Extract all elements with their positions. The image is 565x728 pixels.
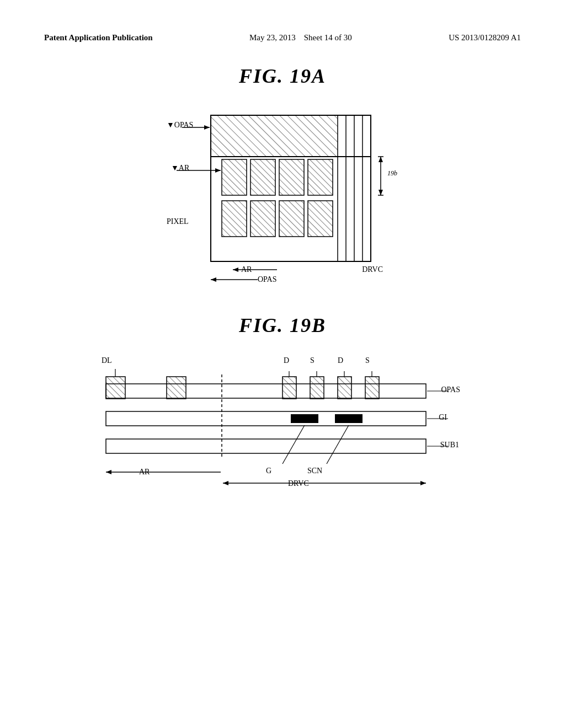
svg-marker-50 bbox=[223, 481, 228, 485]
ref-19b-label: 19b bbox=[387, 169, 397, 178]
svg-marker-47 bbox=[106, 470, 111, 474]
fig19b-diagram: DL D S D S OPAS GI SUB1 G SCN AR DRVC bbox=[89, 354, 476, 508]
svg-rect-37 bbox=[106, 377, 125, 399]
dl-label: DL bbox=[102, 356, 112, 365]
header-right: US 2013/0128209 A1 bbox=[449, 33, 521, 42]
opas-top-label: ▼OPAS bbox=[167, 121, 193, 130]
fig19b-diagram-container: DL D S D S OPAS GI SUB1 G SCN AR DRVC bbox=[44, 354, 521, 508]
ar-bottom-label: AR bbox=[241, 265, 252, 274]
patent-number: US 2013/0128209 A1 bbox=[449, 33, 521, 42]
publication-date: May 23, 2013 bbox=[249, 33, 296, 42]
fig19a-title: FIG. 19A bbox=[44, 65, 521, 88]
scn-label: SCN bbox=[307, 467, 322, 475]
svg-rect-12 bbox=[222, 159, 247, 195]
fig19b-title: FIG. 19B bbox=[44, 314, 521, 337]
svg-marker-49 bbox=[420, 481, 426, 485]
pixel-label: PIXEL bbox=[167, 217, 189, 226]
ar-left-label: ▼AR bbox=[171, 164, 189, 173]
figure-19b-section: FIG. 19B bbox=[44, 314, 521, 508]
svg-rect-13 bbox=[250, 159, 275, 195]
figure-19a-section: FIG. 19A bbox=[44, 65, 521, 281]
svg-rect-35 bbox=[106, 411, 426, 426]
svg-marker-24 bbox=[379, 190, 383, 195]
drvc-label: DRVC bbox=[362, 265, 383, 274]
svg-rect-40 bbox=[310, 377, 324, 399]
svg-rect-44 bbox=[335, 414, 363, 423]
g-label: G bbox=[266, 467, 271, 475]
svg-rect-36 bbox=[106, 439, 426, 453]
svg-rect-17 bbox=[250, 201, 275, 237]
s1-label: S bbox=[310, 356, 315, 365]
header-left: Patent Application Publication bbox=[44, 33, 153, 42]
d2-label: D bbox=[338, 356, 343, 365]
opas-bottom-label: OPAS bbox=[258, 275, 277, 284]
svg-marker-23 bbox=[379, 157, 383, 162]
patent-page: Patent Application Publication May 23, 2… bbox=[0, 0, 565, 728]
publication-type: Patent Application Publication bbox=[44, 33, 153, 42]
svg-marker-30 bbox=[233, 267, 238, 272]
d1-label: D bbox=[284, 356, 289, 365]
fig19a-diagram: ▼OPAS ▼AR PIXEL 19b AR OPAS DRVC bbox=[167, 104, 398, 281]
gi-right-label: GI bbox=[439, 413, 447, 422]
svg-rect-38 bbox=[167, 377, 186, 399]
svg-rect-39 bbox=[282, 377, 296, 399]
header-center: May 23, 2013 Sheet 14 of 30 bbox=[249, 33, 352, 42]
s2-label: S bbox=[365, 356, 370, 365]
svg-marker-32 bbox=[211, 277, 216, 282]
svg-marker-26 bbox=[204, 125, 210, 130]
page-header: Patent Application Publication May 23, 2… bbox=[44, 33, 521, 42]
fig19a-diagram-container: ▼OPAS ▼AR PIXEL 19b AR OPAS DRVC bbox=[44, 104, 521, 281]
sub1-right-label: SUB1 bbox=[440, 441, 459, 449]
svg-rect-15 bbox=[308, 159, 333, 195]
svg-rect-18 bbox=[279, 201, 304, 237]
svg-rect-16 bbox=[222, 201, 247, 237]
svg-rect-43 bbox=[291, 414, 318, 423]
svg-rect-3 bbox=[211, 115, 338, 157]
sheet-info: Sheet 14 of 30 bbox=[304, 33, 352, 42]
svg-rect-41 bbox=[338, 377, 351, 399]
svg-rect-42 bbox=[365, 377, 379, 399]
svg-rect-14 bbox=[279, 159, 304, 195]
ar-bottom-label: AR bbox=[139, 468, 150, 477]
fig19b-svg bbox=[89, 354, 503, 519]
opas-right-label: OPAS bbox=[441, 386, 460, 394]
svg-rect-19 bbox=[308, 201, 333, 237]
drvc-bottom-label: DRVC bbox=[288, 479, 309, 488]
fig19a-svg bbox=[167, 104, 398, 292]
